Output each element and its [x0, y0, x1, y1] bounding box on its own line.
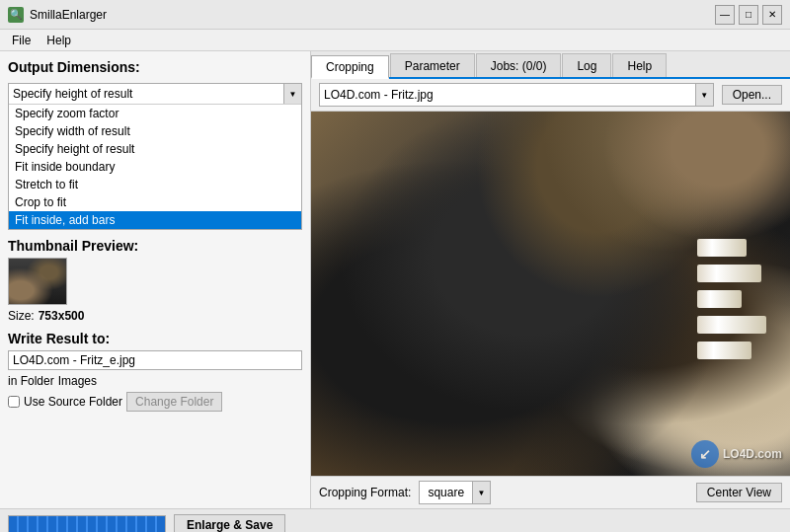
- list-item[interactable]: Specify width of result: [9, 122, 301, 140]
- folder-name-value: Images: [58, 374, 97, 388]
- menu-help[interactable]: Help: [39, 32, 79, 49]
- thumbnail-title: Thumbnail Preview:: [8, 238, 302, 254]
- use-source-folder-checkbox[interactable]: [8, 396, 20, 408]
- white-bar: [697, 265, 761, 282]
- dropdown-arrow-icon[interactable]: ▼: [283, 84, 301, 104]
- title-bar: 🔍 SmillaEnlarger — □ ✕: [0, 0, 790, 30]
- progress-fill: [9, 516, 165, 533]
- tab-cropping[interactable]: Cropping: [311, 55, 389, 79]
- white-bar: [697, 342, 751, 359]
- cropping-format-value: square: [420, 484, 472, 501]
- list-item[interactable]: Fit inside boundary: [9, 158, 301, 176]
- left-panel: Output Dimensions: Specify height of res…: [0, 51, 311, 508]
- crop-format-arrow-icon[interactable]: ▼: [472, 482, 490, 503]
- list-item[interactable]: Specify zoom factor: [9, 105, 301, 122]
- write-result-title: Write Result to:: [8, 331, 302, 346]
- cropping-format-label: Cropping Format:: [319, 486, 411, 499]
- thumbnail-image: [8, 258, 67, 305]
- list-item[interactable]: Specify height of result: [9, 140, 301, 158]
- list-item[interactable]: Stretch to fit: [9, 176, 301, 193]
- menu-bar: File Help: [0, 30, 790, 51]
- watermark: ↙ LO4D.com: [691, 440, 782, 468]
- maximize-button[interactable]: □: [739, 5, 758, 25]
- white-bars-decoration: [697, 239, 766, 359]
- bottom-save-bar: Enlarge & Save: [0, 508, 790, 532]
- close-button[interactable]: ✕: [762, 5, 782, 25]
- size-value: 753x500: [39, 309, 85, 323]
- window-controls: — □ ✕: [715, 5, 782, 25]
- tabs-row: Cropping Parameter Jobs: (0/0) Log Help: [311, 51, 790, 79]
- image-bottom-bar: Cropping Format: square ▼ Center View: [311, 476, 790, 508]
- watermark-logo: ↙: [691, 440, 719, 468]
- file-dropdown-arrow-icon[interactable]: ▼: [695, 84, 713, 106]
- white-bar: [697, 316, 766, 334]
- main-content: Output Dimensions: Specify height of res…: [0, 51, 790, 508]
- white-bar: [697, 290, 742, 308]
- output-dimensions-dropdown[interactable]: Specify height of result ▼ Specify zoom …: [8, 83, 302, 230]
- dropdown-selected-value: Specify height of result: [9, 85, 283, 103]
- size-row: Size: 753x500: [8, 309, 302, 323]
- white-bar: [697, 239, 747, 257]
- output-filename-input[interactable]: [8, 350, 302, 370]
- tab-parameter[interactable]: Parameter: [390, 53, 475, 77]
- image-area: ↙ LO4D.com: [311, 112, 790, 476]
- menu-file[interactable]: File: [4, 32, 39, 49]
- change-folder-button[interactable]: Change Folder: [126, 392, 222, 412]
- right-panel: Cropping Parameter Jobs: (0/0) Log Help …: [311, 51, 790, 508]
- open-button[interactable]: Open...: [722, 85, 782, 105]
- output-dimensions-title: Output Dimensions:: [8, 59, 302, 75]
- write-result-section: Write Result to: in Folder Images Use So…: [8, 331, 302, 412]
- window-title: SmillaEnlarger: [30, 8, 715, 22]
- size-label: Size:: [8, 309, 35, 323]
- tab-log[interactable]: Log: [562, 53, 611, 77]
- file-dropdown-value: LO4D.com - Fritz.jpg: [320, 86, 695, 104]
- dimension-list: Specify zoom factor Specify width of res…: [9, 105, 301, 229]
- watermark-text: LO4D.com: [723, 447, 782, 461]
- center-view-button[interactable]: Center View: [696, 483, 782, 502]
- use-source-folder-row: Use Source Folder Change Folder: [8, 392, 302, 412]
- list-item[interactable]: Crop to fit: [9, 193, 301, 211]
- image-toolbar: LO4D.com - Fritz.jpg ▼ Open...: [311, 79, 790, 112]
- cropping-format-dropdown[interactable]: square ▼: [419, 481, 491, 504]
- enlarge-save-button[interactable]: Enlarge & Save: [174, 514, 285, 533]
- folder-row: in Folder Images: [8, 374, 302, 388]
- file-dropdown[interactable]: LO4D.com - Fritz.jpg ▼: [319, 83, 714, 107]
- tab-jobs[interactable]: Jobs: (0/0): [476, 53, 562, 77]
- app-icon: 🔍: [8, 7, 24, 23]
- list-item-selected[interactable]: Fit inside, add bars: [9, 211, 301, 229]
- tab-help[interactable]: Help: [612, 53, 667, 77]
- in-folder-label: in Folder: [8, 374, 54, 388]
- dropdown-header[interactable]: Specify height of result ▼: [9, 84, 301, 105]
- use-source-folder-label: Use Source Folder: [24, 395, 122, 409]
- progress-bar: [8, 515, 166, 533]
- minimize-button[interactable]: —: [715, 5, 735, 25]
- thumbnail-section: Thumbnail Preview: Size: 753x500: [8, 238, 302, 323]
